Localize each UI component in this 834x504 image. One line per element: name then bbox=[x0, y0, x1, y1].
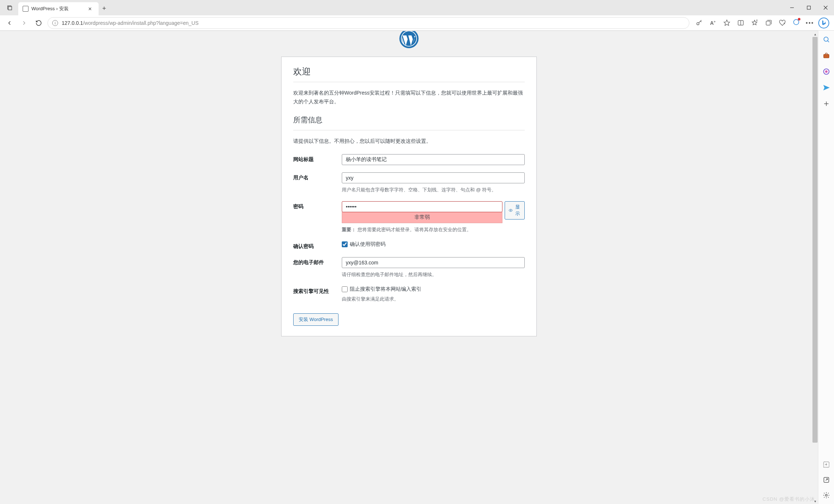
close-tab-icon[interactable]: ✕ bbox=[86, 5, 94, 12]
svg-point-24 bbox=[825, 70, 827, 73]
window-controls bbox=[784, 0, 834, 15]
scroll-up-icon[interactable]: ▴ bbox=[812, 31, 818, 37]
address-bar: i 127.0.0.1/wordpress/wp-admin/install.p… bbox=[0, 15, 834, 31]
svg-marker-7 bbox=[724, 20, 730, 26]
url-text: 127.0.0.1/wordpress/wp-admin/install.php… bbox=[62, 20, 199, 26]
search-vis-label: 阻止搜索引擎将本网站编入索引 bbox=[350, 286, 421, 293]
important-text: 您将需要此密码才能登录。请将其存放在安全的位置。 bbox=[357, 227, 471, 232]
heart-icon[interactable] bbox=[776, 17, 789, 29]
page-icon bbox=[23, 6, 28, 12]
maximize-button[interactable] bbox=[800, 0, 817, 15]
heading-welcome: 欢迎 bbox=[293, 66, 525, 77]
url-input[interactable]: i 127.0.0.1/wordpress/wp-admin/install.p… bbox=[47, 17, 689, 29]
site-title-input[interactable] bbox=[342, 154, 525, 165]
label-email: 您的电子邮件 bbox=[293, 253, 342, 282]
label-confirm-password: 确认密码 bbox=[293, 237, 342, 253]
more-icon[interactable]: ••• bbox=[803, 17, 816, 29]
label-search-visibility: 搜索引擎可见性 bbox=[293, 282, 342, 307]
tab-actions-icon[interactable] bbox=[4, 3, 15, 13]
plus-icon[interactable] bbox=[822, 99, 831, 108]
password-strength-badge: 非常弱 bbox=[342, 212, 502, 223]
window-titlebar: WordPress › 安装 ✕ + bbox=[0, 0, 834, 15]
password-input[interactable] bbox=[342, 201, 502, 212]
search-vis-note: 由搜索引擎来满足此请求。 bbox=[342, 295, 525, 303]
welcome-text: 欢迎来到著名的五分钟WordPress安装过程！只需填写以下信息，您就可以使用世… bbox=[293, 89, 525, 106]
password-important: 重要： 您将需要此密码才能登录。请将其存放在安全的位置。 bbox=[342, 226, 525, 234]
search-vis-checkbox[interactable] bbox=[342, 286, 348, 292]
info-text: 请提供以下信息。不用担心，您以后可以随时更改这些设置。 bbox=[293, 137, 525, 146]
svg-point-31 bbox=[825, 495, 827, 496]
confirm-weak-checkbox[interactable] bbox=[342, 241, 348, 247]
search-icon[interactable] bbox=[822, 35, 831, 44]
send-icon[interactable] bbox=[822, 83, 831, 92]
settings-icon[interactable] bbox=[822, 491, 831, 500]
wordpress-install-wrap: 欢迎 欢迎来到著名的五分钟WordPress安装过程！只需填写以下信息，您就可以… bbox=[281, 31, 537, 351]
install-panel: 欢迎 欢迎来到著名的五分钟WordPress安装过程！只需填写以下信息，您就可以… bbox=[281, 57, 537, 336]
scroll-down-icon[interactable]: ▾ bbox=[812, 498, 818, 504]
svg-line-21 bbox=[827, 41, 829, 42]
screenshot-icon[interactable] bbox=[822, 460, 831, 469]
forward-button[interactable] bbox=[18, 17, 30, 29]
svg-rect-1 bbox=[8, 6, 11, 9]
edge-sidebar bbox=[818, 31, 834, 504]
svg-rect-13 bbox=[766, 21, 770, 25]
star-icon[interactable] bbox=[720, 17, 733, 29]
svg-point-19 bbox=[510, 210, 511, 211]
external-link-icon[interactable] bbox=[822, 476, 831, 484]
new-tab-button[interactable]: + bbox=[99, 2, 110, 15]
svg-point-15 bbox=[793, 19, 799, 24]
refresh-button[interactable] bbox=[33, 17, 45, 29]
label-site-title: 网站标题 bbox=[293, 150, 342, 169]
browser-tab[interactable]: WordPress › 安装 ✕ bbox=[18, 2, 99, 15]
search-vis-row[interactable]: 阻止搜索引擎将本网站编入索引 bbox=[342, 286, 525, 293]
show-button-label: 显示 bbox=[514, 204, 521, 217]
scroll-track[interactable] bbox=[812, 37, 818, 498]
wordpress-logo bbox=[281, 31, 537, 57]
favorites-icon[interactable] bbox=[748, 17, 761, 29]
tab-title: WordPress › 安装 bbox=[31, 5, 69, 12]
url-path: /wordpress/wp-admin/install.php?language… bbox=[83, 20, 198, 26]
eye-icon bbox=[509, 207, 513, 213]
close-window-button[interactable] bbox=[817, 0, 834, 15]
svg-marker-10 bbox=[752, 20, 757, 25]
svg-point-6 bbox=[697, 23, 699, 25]
heading-info: 所需信息 bbox=[293, 115, 525, 125]
username-hint: 用户名只能包含字母数字字符、空格、下划线、连字符、句点和 @ 符号。 bbox=[342, 186, 525, 194]
label-password: 密码 bbox=[293, 198, 342, 237]
scrollbar[interactable]: ▴ ▾ bbox=[812, 31, 818, 504]
scroll-thumb[interactable] bbox=[812, 37, 818, 443]
toolbar-icons: A» ••• bbox=[692, 17, 830, 29]
minimize-button[interactable] bbox=[784, 0, 800, 15]
site-info-icon[interactable]: i bbox=[52, 20, 58, 26]
email-hint: 请仔细检查您的电子邮件地址，然后再继续。 bbox=[342, 271, 525, 279]
divider bbox=[293, 130, 525, 130]
main-row: 欢迎 欢迎来到著名的五分钟WordPress安装过程！只需填写以下信息，您就可以… bbox=[0, 31, 834, 504]
divider bbox=[293, 82, 525, 82]
install-form: 网站标题 用户名 用户名只能包含字母数字字符、空格、下划线、连字符、句点和 @ … bbox=[293, 150, 525, 306]
url-host: 127.0.0.1 bbox=[62, 20, 83, 26]
read-aloud-icon[interactable]: A» bbox=[706, 17, 719, 29]
collections-icon[interactable] bbox=[762, 17, 775, 29]
briefcase-icon[interactable] bbox=[822, 51, 831, 60]
content-area: 欢迎 欢迎来到著名的五分钟WordPress安装过程！只需填写以下信息，您就可以… bbox=[0, 31, 818, 504]
show-password-button[interactable]: 显示 bbox=[505, 201, 525, 219]
svg-rect-22 bbox=[823, 54, 829, 58]
tab-strip: WordPress › 安装 ✕ + bbox=[18, 0, 110, 15]
back-button[interactable] bbox=[4, 17, 15, 29]
svg-rect-3 bbox=[807, 6, 811, 9]
svg-point-20 bbox=[824, 37, 828, 41]
username-input[interactable] bbox=[342, 172, 525, 183]
confirm-weak-row[interactable]: 确认使用弱密码 bbox=[342, 241, 525, 248]
bing-chat-icon[interactable] bbox=[817, 17, 830, 29]
extension-icon[interactable] bbox=[789, 17, 803, 29]
label-username: 用户名 bbox=[293, 169, 342, 198]
email-input[interactable] bbox=[342, 257, 525, 268]
important-label: 重要： bbox=[342, 227, 356, 232]
split-screen-icon[interactable] bbox=[734, 17, 747, 29]
copilot-icon[interactable] bbox=[822, 67, 831, 76]
key-icon[interactable] bbox=[692, 17, 705, 29]
install-button[interactable]: 安装 WordPress bbox=[293, 313, 338, 326]
confirm-weak-label: 确认使用弱密码 bbox=[350, 241, 386, 248]
